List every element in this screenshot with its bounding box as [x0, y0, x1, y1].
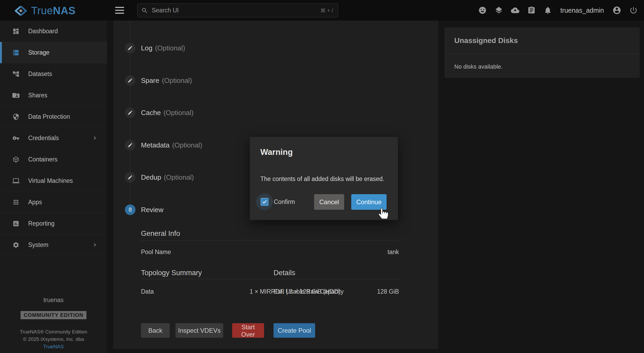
truenas-logo-icon: [15, 6, 27, 16]
step-optional: (Optional): [163, 109, 193, 117]
sidebar-footer: truenas COMMUNITY EDITION TrueNAS® Commu…: [0, 297, 107, 350]
feedback-icon[interactable]: [478, 6, 487, 15]
unassigned-disks-title: Unassigned Disks: [454, 36, 518, 45]
step-number-badge: 8: [125, 204, 135, 215]
sidebar-item-dashboard[interactable]: Dashboard: [0, 21, 107, 42]
sidebar-item-credentials[interactable]: Credentials: [0, 127, 107, 149]
details-row-value: 128 GiB: [377, 288, 399, 295]
step-log[interactable]: Log(Optional): [125, 43, 185, 53]
search-shortcut: ⌘ + /: [320, 7, 333, 14]
credentials-icon: [12, 135, 19, 142]
inspect-vdevs-button[interactable]: Inspect VDEVs: [175, 323, 223, 338]
step-cache[interactable]: Cache(Optional): [125, 107, 193, 118]
shares-icon: [12, 92, 19, 99]
edit-step-icon: [125, 75, 135, 86]
warning-dialog: Warning The contents of all added disks …: [250, 137, 398, 220]
search-input[interactable]: [151, 7, 320, 14]
topology-row-label: Data: [141, 288, 154, 295]
chevron-right-icon: [92, 242, 98, 248]
global-search: ⌘ + /: [137, 3, 338, 17]
step-label: Cache: [141, 109, 161, 117]
hostname: truenas: [0, 297, 107, 304]
sidebar-item-label: Storage: [28, 49, 50, 56]
sidebar-item-data-protection[interactable]: Data Protection: [0, 106, 107, 127]
sidebar-item-shares[interactable]: Shares: [0, 85, 107, 106]
apps-icon: [12, 199, 19, 206]
sidebar-item-label: Datasets: [28, 70, 52, 78]
sidebar-item-containers[interactable]: Containers: [0, 149, 107, 170]
cloud-sync-icon[interactable]: [511, 6, 519, 15]
step-label: Review: [141, 206, 163, 214]
edit-step-icon: [125, 43, 135, 53]
sidebar-item-label: Credentials: [28, 135, 59, 142]
step-spare[interactable]: Spare(Optional): [125, 75, 192, 86]
copyright-line1: TrueNAS® Community Edition: [0, 328, 107, 336]
confirm-checkbox[interactable]: [261, 198, 269, 206]
truenas-link[interactable]: TrueNAS: [0, 343, 107, 350]
username[interactable]: truenas_admin: [560, 7, 604, 14]
step-optional: (Optional): [172, 141, 202, 149]
sidebar-item-label: Virtual Machines: [28, 177, 73, 184]
pool-name-label: Pool Name: [141, 249, 171, 256]
dashboard-icon: [12, 28, 19, 35]
sidebar-item-system[interactable]: System: [0, 234, 107, 256]
truenas-logo[interactable]: TrueNAS: [15, 5, 76, 17]
chevron-right-icon: [92, 135, 98, 141]
check-icon: [262, 199, 267, 205]
continue-button[interactable]: Continue: [351, 194, 387, 210]
sidebar-item-label: System: [28, 241, 48, 249]
sidebar-item-datasets[interactable]: Datasets: [0, 63, 107, 85]
start-over-button[interactable]: Start Over: [232, 323, 264, 338]
confirm-label: Confirm: [274, 198, 295, 206]
step-dedup[interactable]: Dedup(Optional): [125, 172, 194, 183]
sidebar-item-storage[interactable]: Storage: [0, 42, 107, 63]
sidebar-item-virtual-machines[interactable]: Virtual Machines: [0, 170, 107, 192]
avatar-icon[interactable]: [612, 6, 621, 15]
sidebar: Dashboard Storage Datasets Shares Data P…: [0, 21, 107, 353]
step-label: Spare: [141, 77, 159, 84]
step-label: Metadata: [141, 141, 169, 149]
virtual-machines-icon: [12, 177, 19, 184]
step-metadata[interactable]: Metadata(Optional): [125, 140, 202, 150]
cancel-button[interactable]: Cancel: [314, 194, 344, 210]
sidebar-item-label: Containers: [28, 156, 57, 163]
step-label: Log: [141, 44, 152, 52]
topbar-actions: truenas_admin: [478, 0, 638, 21]
edit-step-icon: [125, 140, 135, 150]
pool-name-row: Pool Name tank: [141, 249, 399, 256]
pool-name-value: tank: [388, 249, 399, 256]
datasets-icon: [12, 70, 19, 78]
reporting-icon: [12, 220, 19, 227]
top-bar: TrueNAS ⌘ + /: [0, 0, 644, 21]
jobs-icon[interactable]: [527, 6, 536, 15]
sidebar-item-reporting[interactable]: Reporting: [0, 213, 107, 234]
power-icon[interactable]: [629, 6, 638, 15]
general-info-title: General Info: [141, 230, 180, 238]
step-review[interactable]: 8 Review: [125, 204, 163, 215]
notifications-icon[interactable]: [544, 6, 552, 15]
step-label: Dedup: [141, 173, 161, 181]
edition-badge: COMMUNITY EDITION: [21, 311, 87, 319]
sidebar-item-label: Data Protection: [28, 113, 70, 120]
copyright-line2: © 2025 iXsystems, Inc. dba: [0, 336, 107, 343]
truenas-app: TrueNAS ⌘ + /: [0, 0, 644, 353]
logo-wordmark: TrueNAS: [31, 5, 76, 17]
menu-toggle-icon[interactable]: [115, 5, 127, 16]
sidebar-item-label: Shares: [28, 92, 47, 99]
storage-icon: [12, 49, 19, 56]
dialog-title: Warning: [260, 147, 293, 157]
sidebar-item-label: Dashboard: [28, 28, 58, 35]
sidebar-item-apps[interactable]: Apps: [0, 192, 107, 213]
edit-step-icon: [125, 172, 135, 183]
create-pool-button[interactable]: Create Pool: [274, 323, 315, 338]
back-button[interactable]: Back: [141, 323, 170, 338]
sidebar-item-label: Reporting: [28, 220, 55, 227]
data-protection-icon: [12, 113, 19, 120]
divider: [274, 279, 399, 279]
sidebar-item-label: Apps: [28, 199, 42, 206]
step-optional: (Optional): [164, 173, 194, 181]
truenas-mark-icon[interactable]: [495, 6, 503, 15]
search-icon: [141, 7, 148, 14]
details-row-label: Est. Usable Raw Capacity: [274, 288, 344, 295]
dialog-message: The contents of all added disks will be …: [260, 175, 384, 183]
